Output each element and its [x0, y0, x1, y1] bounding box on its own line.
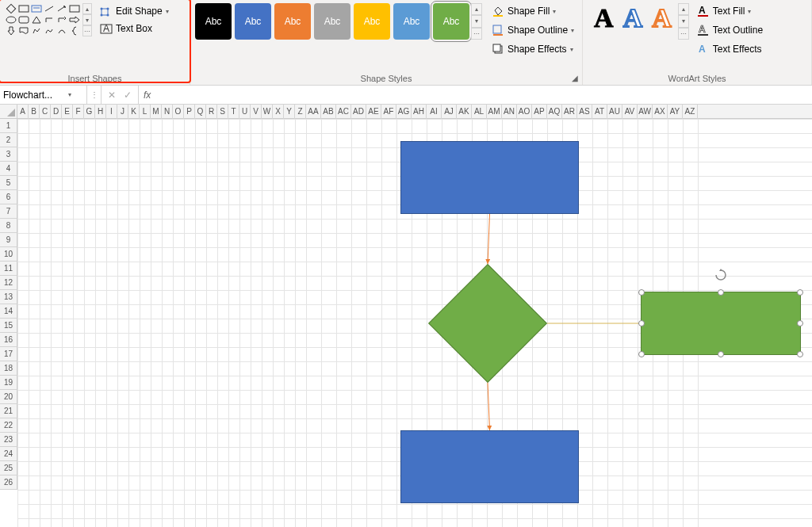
- row-header-20[interactable]: 20: [0, 390, 17, 404]
- text-fill-button[interactable]: A Text Fill▾: [694, 3, 766, 19]
- col-header-M[interactable]: M: [151, 105, 162, 119]
- col-header-AV[interactable]: AV: [622, 105, 638, 119]
- row-header-17[interactable]: 17: [0, 347, 17, 361]
- resize-handle-w[interactable]: [638, 320, 645, 327]
- col-header-Q[interactable]: Q: [195, 105, 206, 119]
- col-header-AL[interactable]: AL: [472, 105, 487, 119]
- shape-freeform2-icon[interactable]: [43, 25, 56, 36]
- flowchart-decision[interactable]: [446, 281, 530, 365]
- col-header-F[interactable]: F: [73, 105, 84, 119]
- edit-shape-button[interactable]: Edit Shape ▾: [97, 3, 172, 19]
- shape-triangle-icon[interactable]: [30, 14, 43, 25]
- row-header-19[interactable]: 19: [0, 376, 17, 390]
- col-header-K[interactable]: K: [128, 105, 140, 119]
- col-header-W[interactable]: W: [262, 105, 273, 119]
- flowchart-process-1[interactable]: [400, 141, 579, 214]
- select-all-button[interactable]: [0, 105, 17, 119]
- col-header-Z[interactable]: Z: [295, 105, 306, 119]
- flowchart-process-2[interactable]: [400, 430, 579, 503]
- col-header-AT[interactable]: AT: [592, 105, 607, 119]
- wordart-gallery-more[interactable]: ▴▾⋯: [678, 3, 689, 40]
- style-gallery-more[interactable]: ▴▾⋯: [471, 3, 482, 40]
- cancel-icon[interactable]: ✕: [108, 90, 116, 101]
- shape-downarrow-icon[interactable]: [5, 25, 17, 36]
- col-header-AZ[interactable]: AZ: [683, 105, 698, 119]
- row-header-24[interactable]: 24: [0, 447, 17, 461]
- shape-effects-button[interactable]: Shape Effects▾: [488, 41, 577, 57]
- resize-handle-ne[interactable]: [797, 289, 803, 296]
- shape-gallery-more[interactable]: ▴▾⋯: [82, 3, 92, 36]
- col-header-A[interactable]: A: [17, 105, 29, 119]
- col-header-T[interactable]: T: [228, 105, 239, 119]
- col-header-AY[interactable]: AY: [668, 105, 683, 119]
- shape-arc-icon[interactable]: [56, 25, 68, 36]
- wordart-style-2[interactable]: A: [623, 3, 643, 33]
- col-header-AP[interactable]: AP: [532, 105, 547, 119]
- resize-handle-e[interactable]: [797, 320, 803, 327]
- col-header-AC[interactable]: AC: [336, 105, 351, 119]
- shape-outline-button[interactable]: Shape Outline▾: [488, 22, 577, 38]
- row-header-26[interactable]: 26: [0, 475, 17, 490]
- row-header-10[interactable]: 10: [0, 247, 17, 262]
- namebox-expand[interactable]: ⋮: [87, 86, 102, 104]
- col-header-S[interactable]: S: [217, 105, 228, 119]
- style-swatch-5[interactable]: Abc: [393, 3, 430, 40]
- row-header-5[interactable]: 5: [0, 176, 17, 190]
- shape-elbow-icon[interactable]: [43, 14, 56, 25]
- shape-diamond-icon[interactable]: [5, 3, 17, 14]
- col-header-AG[interactable]: AG: [396, 105, 412, 119]
- flowchart-process-selected[interactable]: [641, 292, 801, 355]
- wordart-style-1[interactable]: A: [594, 3, 614, 33]
- col-header-P[interactable]: P: [184, 105, 195, 119]
- col-header-AK[interactable]: AK: [457, 105, 472, 119]
- col-header-AB[interactable]: AB: [321, 105, 336, 119]
- row-header-23[interactable]: 23: [0, 433, 17, 447]
- row-headers[interactable]: 1234567891011121314151617181920212223242…: [0, 119, 17, 527]
- row-header-3[interactable]: 3: [0, 147, 17, 162]
- col-header-AE[interactable]: AE: [366, 105, 381, 119]
- row-header-14[interactable]: 14: [0, 304, 17, 319]
- row-header-7[interactable]: 7: [0, 204, 17, 219]
- col-header-AW[interactable]: AW: [638, 105, 653, 119]
- col-header-AI[interactable]: AI: [427, 105, 442, 119]
- col-header-H[interactable]: H: [95, 105, 106, 119]
- style-swatch-4[interactable]: Abc: [354, 3, 390, 40]
- col-header-R[interactable]: R: [206, 105, 217, 119]
- row-header-16[interactable]: 16: [0, 333, 17, 347]
- col-header-O[interactable]: O: [173, 105, 184, 119]
- shape-freeform-icon[interactable]: [30, 25, 43, 36]
- style-swatch-6[interactable]: Abc: [433, 3, 469, 40]
- row-header-21[interactable]: 21: [0, 404, 17, 418]
- text-outline-button[interactable]: A Text Outline: [694, 22, 766, 38]
- col-header-U[interactable]: U: [239, 105, 251, 119]
- style-swatch-0[interactable]: Abc: [195, 3, 232, 40]
- col-header-AA[interactable]: AA: [306, 105, 321, 119]
- row-header-6[interactable]: 6: [0, 190, 17, 204]
- col-header-I[interactable]: I: [106, 105, 117, 119]
- col-header-E[interactable]: E: [62, 105, 73, 119]
- col-header-AS[interactable]: AS: [577, 105, 592, 119]
- col-header-J[interactable]: J: [117, 105, 128, 119]
- row-header-1[interactable]: 1: [0, 119, 17, 133]
- col-header-AR[interactable]: AR: [562, 105, 577, 119]
- col-header-AO[interactable]: AO: [517, 105, 532, 119]
- col-header-AX[interactable]: AX: [653, 105, 668, 119]
- col-header-Y[interactable]: Y: [284, 105, 295, 119]
- col-header-C[interactable]: C: [40, 105, 51, 119]
- rotate-handle-icon[interactable]: [714, 269, 727, 281]
- text-box-button[interactable]: A Text Box: [97, 21, 172, 36]
- row-header-9[interactable]: 9: [0, 233, 17, 247]
- col-header-AF[interactable]: AF: [381, 105, 396, 119]
- row-header-4[interactable]: 4: [0, 162, 17, 176]
- col-header-G[interactable]: G: [84, 105, 95, 119]
- col-header-N[interactable]: N: [162, 105, 173, 119]
- row-header-13[interactable]: 13: [0, 290, 17, 304]
- resize-handle-sw[interactable]: [638, 351, 645, 357]
- col-header-AJ[interactable]: AJ: [442, 105, 457, 119]
- style-swatch-1[interactable]: Abc: [235, 3, 271, 40]
- resize-handle-s[interactable]: [718, 351, 724, 357]
- col-header-AM[interactable]: AM: [487, 105, 502, 119]
- shape-elbowarrow-icon[interactable]: [56, 14, 68, 25]
- shape-fill-button[interactable]: Shape Fill▾: [488, 3, 577, 19]
- shape-blockarrow-icon[interactable]: [68, 14, 81, 25]
